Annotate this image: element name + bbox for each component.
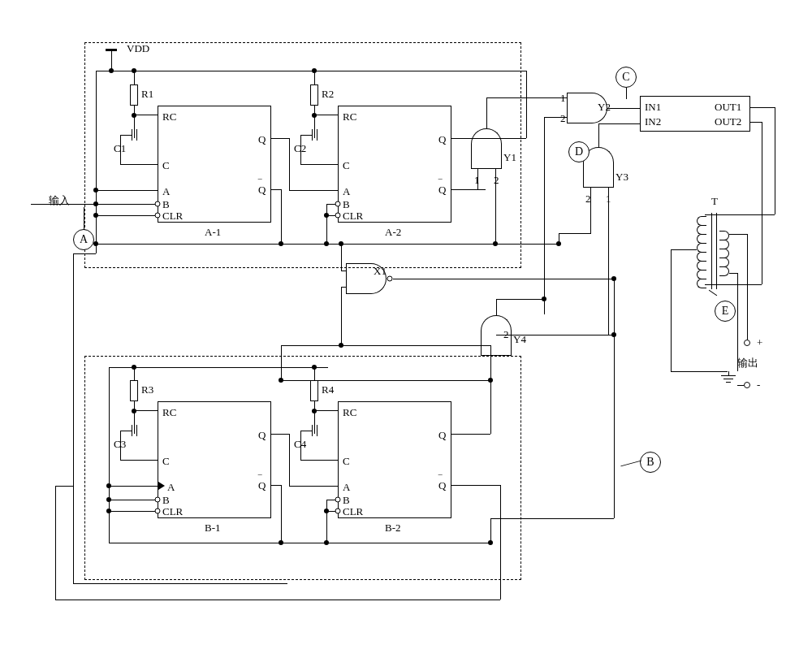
b1-rc: RC: [162, 406, 176, 419]
plus-sign: +: [757, 336, 762, 349]
node-a: A: [73, 229, 94, 250]
b2-a: A: [343, 481, 350, 494]
a2-clr: CLR: [343, 210, 363, 223]
b1-a: A: [167, 481, 175, 494]
a1-clr: CLR: [162, 210, 183, 223]
driver-in1: IN1: [645, 101, 661, 114]
node-e: E: [715, 301, 736, 322]
gate-x1-label: X1: [374, 265, 387, 278]
xfmr-primary: [697, 216, 706, 288]
a1-rc: RC: [162, 110, 176, 123]
a1-clr-bubble: [155, 213, 161, 219]
node-d-label: D: [575, 145, 583, 158]
node-a-label: A: [80, 233, 88, 245]
a2-q: Q: [438, 133, 446, 146]
r4: [310, 380, 318, 401]
mono-a1-name: A-1: [205, 226, 221, 239]
r4-label: R4: [322, 383, 334, 396]
b2-c: C: [343, 455, 350, 468]
gate-y1: [471, 128, 502, 169]
node-d: D: [568, 141, 590, 162]
b2-qb-bar: ‾: [438, 473, 442, 486]
input-label: 输入: [49, 193, 70, 208]
gate-y3-label: Y3: [615, 171, 628, 184]
driver-in2: IN2: [645, 115, 661, 128]
y1-pin2: 2: [494, 174, 499, 187]
b1-clr-bubble: [155, 509, 161, 514]
node-c: C: [615, 67, 637, 88]
r2: [310, 84, 318, 106]
node-c-label: C: [622, 71, 629, 83]
out-minus-terminal: [744, 382, 750, 388]
gate-y2-label: Y2: [598, 101, 611, 114]
a2-qb-bar: ‾: [438, 177, 442, 190]
b1-c: C: [162, 455, 170, 468]
transformer-label: T: [711, 195, 718, 208]
b2-clr-bubble: [335, 509, 341, 514]
a2-rc: RC: [343, 110, 356, 123]
a1-b-bubble: [155, 201, 161, 207]
b2-rc: RC: [343, 406, 356, 419]
r3-label: R3: [141, 383, 153, 396]
y2-pin1: 1: [560, 92, 566, 105]
output-label: 输出: [737, 356, 758, 370]
circuit-diagram: VDD A-1 RC C A B CLR Q Q ‾ R1 C1 R2 C2: [0, 0, 812, 645]
vdd-label: VDD: [127, 42, 149, 55]
minus-sign: -: [757, 379, 760, 392]
r2-label: R2: [322, 88, 334, 101]
a2-b-bubble: [335, 201, 341, 207]
node-b: B: [640, 452, 661, 473]
node-e-label: E: [722, 305, 729, 317]
x1-out-bubble: [387, 276, 393, 282]
b1-q: Q: [258, 429, 266, 442]
b1-clock-icon: [158, 482, 165, 490]
out-plus-terminal: [744, 340, 750, 346]
a2-clr-bubble: [335, 213, 341, 219]
a1-q: Q: [258, 133, 266, 146]
a2-c: C: [343, 159, 350, 172]
y2-pin2: 2: [560, 112, 566, 125]
node-b-label: B: [646, 456, 654, 468]
gate-y1-label: Y1: [503, 151, 516, 164]
xfmr-secondary: [719, 231, 729, 275]
r1-label: R1: [141, 88, 153, 101]
b1-qb-bar: ‾: [258, 473, 261, 486]
a1-a: A: [162, 185, 170, 198]
b2-clr: CLR: [343, 505, 363, 518]
b2-q: Q: [438, 429, 446, 442]
driver-out1: OUT1: [715, 101, 741, 114]
a1-c: C: [162, 159, 170, 172]
mono-a2-name: A-2: [385, 226, 401, 239]
driver-out2: OUT2: [715, 115, 741, 128]
ground-icon: [721, 375, 736, 383]
a2-a: A: [343, 185, 350, 198]
a1-qb-bar: ‾: [258, 177, 261, 190]
b1-b-bubble: [155, 497, 161, 503]
r1: [130, 84, 138, 106]
module-a-box: [84, 42, 521, 268]
b1-clr: CLR: [162, 505, 183, 518]
mono-b1-name: B-1: [205, 522, 221, 535]
mono-b2-name: B-2: [385, 522, 401, 535]
r3: [130, 380, 138, 401]
b2-b-bubble: [335, 497, 341, 503]
